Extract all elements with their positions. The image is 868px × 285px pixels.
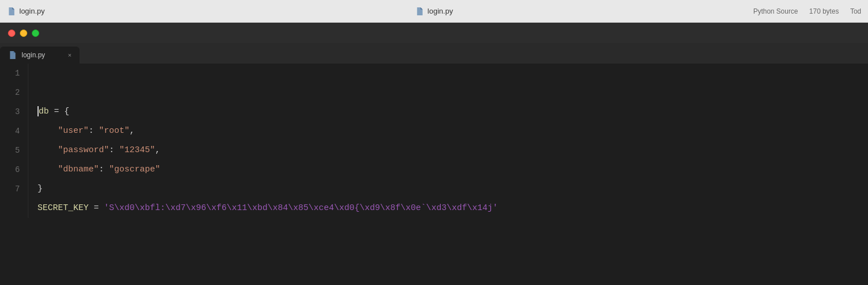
token	[37, 165, 58, 174]
code-line-7: SECRET_KEY = 'S\xd0\xbfl:\xd7\x96\xf6\x1…	[37, 199, 498, 218]
code-line-3: "password": "12345",	[37, 141, 498, 160]
center-filename: login.py	[428, 7, 453, 15]
token: =	[89, 203, 104, 213]
title-bar-right: Python Source 170 bytes Tod	[753, 7, 861, 15]
close-button[interactable]	[8, 30, 15, 37]
token: }	[37, 184, 43, 194]
token: :	[109, 145, 119, 155]
token: "12345"	[119, 145, 155, 155]
title-bar-left: login.py	[7, 7, 45, 16]
tab-file-icon	[8, 51, 17, 60]
file-size-label: 170 bytes	[809, 7, 839, 15]
file-icon-title	[7, 7, 16, 16]
line-number-1: 1	[8, 64, 20, 83]
token	[37, 126, 58, 136]
token: 'S\xd0\xbfl:\xd7\x96\xf6\x11\xbd\x84\x85…	[104, 203, 498, 213]
title-bar: login.py login.py Python Source 170 byte…	[0, 0, 868, 23]
token: "user"	[58, 126, 89, 136]
token: :	[89, 126, 99, 136]
line-number-4: 4	[8, 121, 20, 141]
traffic-lights-row	[0, 23, 868, 43]
token: ,	[155, 145, 160, 155]
token	[37, 145, 58, 155]
file-type-label: Python Source	[753, 7, 798, 15]
title-bar-center: login.py	[415, 7, 453, 16]
token: "password"	[58, 145, 109, 155]
file-icon-center	[415, 7, 424, 16]
code-line-1: db = {	[37, 102, 498, 121]
maximize-button[interactable]	[32, 30, 39, 37]
date-label: Tod	[850, 7, 861, 15]
tab-close-btn[interactable]: ×	[68, 52, 72, 58]
token: "dbname"	[58, 165, 99, 174]
tab-login-py[interactable]: login.py ×	[0, 47, 80, 64]
title-filename: login.py	[19, 7, 45, 15]
line-number-2: 2	[8, 83, 20, 102]
token: "root"	[99, 126, 130, 136]
token: :	[99, 165, 109, 174]
minimize-button[interactable]	[20, 30, 27, 37]
code-line-2: "user": "root",	[37, 121, 498, 141]
tab-label: login.py	[22, 51, 45, 59]
line-number-7: 7	[8, 179, 20, 199]
line-number-6: 6	[8, 160, 20, 179]
token: "goscrape"	[109, 165, 160, 174]
token: db	[39, 107, 49, 116]
token: = {	[49, 107, 69, 116]
line-number-5: 5	[8, 141, 20, 160]
line-number-3: 3	[8, 102, 20, 121]
code-line-4: "dbname": "goscrape"	[37, 160, 498, 179]
line-numbers: 1234567	[0, 64, 28, 218]
tab-bar: login.py ×	[0, 43, 868, 64]
editor[interactable]: 1234567 db = { "user": "root", "password…	[0, 64, 868, 218]
code-line-5: }	[37, 179, 498, 199]
code-content[interactable]: db = { "user": "root", "password": "1234…	[28, 64, 498, 218]
token: ,	[130, 126, 135, 136]
token: SECRET_KEY	[37, 203, 89, 213]
